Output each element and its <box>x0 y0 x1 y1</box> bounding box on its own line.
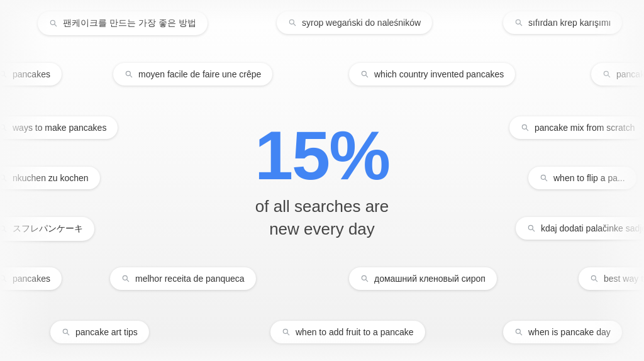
search-icon <box>288 18 297 27</box>
search-pill-text: melhor receita de panqueca <box>135 274 245 284</box>
search-icon <box>360 70 369 79</box>
search-pill-text: スフレパンケーキ <box>13 223 83 235</box>
search-pill: 팬케이크를 만드는 가장 좋은 방법 <box>38 11 208 35</box>
search-pill-text: ways to make pancakes <box>13 123 106 133</box>
search-pill: ways to make pancakes <box>0 116 118 139</box>
search-icon <box>514 328 523 336</box>
svg-line-5 <box>519 23 521 25</box>
center-stat-block: 15% of all searches are new every day <box>255 121 389 241</box>
search-pill: when to add fruit to a pancake <box>270 321 425 343</box>
search-icon <box>360 274 369 283</box>
search-pill: スフレパンケーキ <box>0 217 94 241</box>
search-icon <box>514 18 523 27</box>
search-icon <box>540 174 548 182</box>
search-icon <box>602 70 611 79</box>
search-icon <box>527 224 536 233</box>
search-pill: kdaj dodati palačinke sadje <box>516 217 644 240</box>
search-icon <box>125 70 133 79</box>
svg-line-3 <box>293 23 295 25</box>
search-pill: pancake art tips <box>50 321 149 343</box>
search-pill-text: sıfırdan krep karışımı <box>528 18 611 28</box>
search-pill: pancake m... <box>591 63 644 86</box>
search-pill-text: pancake m... <box>616 69 644 79</box>
stat-line2: new every day <box>269 219 375 238</box>
search-pill: pancakes <box>0 63 62 86</box>
search-pill-text: when to flip a pa... <box>553 173 625 183</box>
search-pill-text: pancakes <box>13 274 50 284</box>
search-pill: sıfırdan krep karışımı <box>503 11 622 34</box>
search-pill: pancake mix from scratch <box>509 116 644 139</box>
search-pill-text: moyen facile de faire une crêpe <box>138 69 261 79</box>
search-pill-text: which country invented pancakes <box>374 69 504 79</box>
search-pill-text: syrop wegański do naleśników <box>302 18 421 28</box>
svg-line-35 <box>67 333 69 335</box>
search-pill: when is pancake day <box>503 321 622 343</box>
search-icon <box>0 225 8 233</box>
search-pill-text: nkuchen zu kochen <box>13 173 89 183</box>
search-pill: nkuchen zu kochen <box>0 167 100 189</box>
svg-line-33 <box>595 279 597 281</box>
search-icon <box>0 274 8 283</box>
stat-subtitle: of all searches are new every day <box>255 195 389 241</box>
search-icon <box>521 123 530 132</box>
svg-line-1 <box>54 24 56 26</box>
svg-line-11 <box>365 75 367 77</box>
search-pill: which country invented pancakes <box>349 63 515 86</box>
stat-line1: of all searches are <box>255 197 389 216</box>
search-icon <box>49 19 58 28</box>
search-pill-text: pancake mix from scratch <box>535 123 635 133</box>
search-icon <box>0 123 8 132</box>
search-pill: moyen facile de faire une crêpe <box>113 63 272 86</box>
search-icon <box>121 274 130 283</box>
search-pill: домашний кленовый сироп <box>349 267 497 290</box>
svg-line-29 <box>126 279 128 281</box>
svg-line-39 <box>519 333 521 335</box>
search-pill-text: 팬케이크를 만드는 가장 좋은 방법 <box>63 18 196 29</box>
svg-line-13 <box>608 75 609 77</box>
svg-line-7 <box>4 75 6 77</box>
search-pill: pancakes <box>0 267 62 290</box>
search-pill-text: best way t... <box>604 274 644 284</box>
svg-line-31 <box>365 279 367 281</box>
svg-line-15 <box>4 128 6 130</box>
percent-value: 15% <box>255 121 389 190</box>
svg-line-17 <box>526 128 528 130</box>
search-pill-text: pancake art tips <box>75 327 138 337</box>
search-icon <box>0 70 8 79</box>
svg-line-9 <box>130 75 131 77</box>
search-icon <box>590 274 599 283</box>
search-pill-text: when to add fruit to a pancake <box>296 327 414 337</box>
search-pill-text: kdaj dodati palačinke sadje <box>541 223 644 233</box>
svg-line-37 <box>287 333 289 335</box>
svg-line-23 <box>4 230 6 231</box>
svg-line-19 <box>4 179 6 181</box>
search-pill: when to flip a pa... <box>528 167 636 189</box>
search-pill: melhor receita de panqueca <box>110 267 256 290</box>
search-pill: syrop wegański do naleśników <box>277 11 432 34</box>
svg-line-25 <box>532 229 534 231</box>
search-icon <box>62 328 70 336</box>
search-icon <box>0 174 8 182</box>
search-pill-text: pancakes <box>13 69 50 79</box>
search-icon <box>282 328 291 336</box>
svg-line-21 <box>545 179 547 181</box>
search-pill-text: when is pancake day <box>528 327 611 337</box>
search-pill: best way t... <box>579 267 644 290</box>
svg-line-27 <box>4 279 6 281</box>
search-pill-text: домашний кленовый сироп <box>374 274 486 284</box>
